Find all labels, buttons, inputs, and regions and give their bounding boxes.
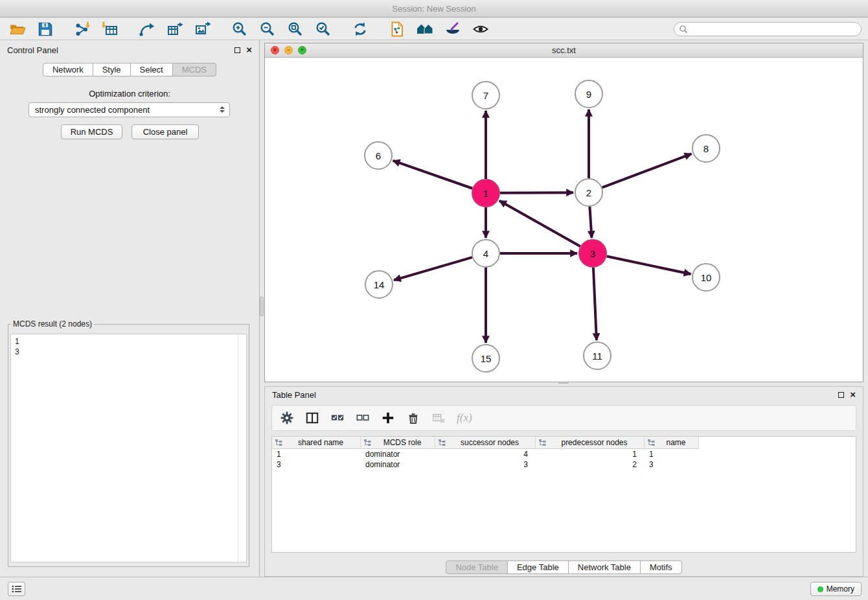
window-titlebar: Session: New Session xyxy=(0,0,868,17)
graph-edge-2-3[interactable] xyxy=(589,207,591,238)
open-session-button[interactable] xyxy=(6,19,29,39)
export-network-icon xyxy=(139,21,155,38)
delete-column-button[interactable] xyxy=(406,410,420,426)
table-cell[interactable]: 4 xyxy=(435,449,536,459)
graph-node-10[interactable]: 10 xyxy=(692,264,720,291)
close-panel-button[interactable]: Close panel xyxy=(131,124,199,139)
graph-node-8[interactable]: 8 xyxy=(692,135,720,162)
table-panel-tabs: Node TableEdge TableNetwork TableMotifs xyxy=(265,560,863,574)
graph-edge-3-10[interactable] xyxy=(607,257,691,274)
table-cell[interactable]: 1 xyxy=(272,449,361,459)
graph-edge-3-1[interactable] xyxy=(499,201,580,246)
tab-motifs[interactable]: Motifs xyxy=(641,560,682,574)
network-window-title: scc.txt xyxy=(265,45,863,55)
columns-icon xyxy=(306,411,319,424)
column-header-successor-nodes[interactable]: successor nodes xyxy=(435,437,536,449)
table-cell[interactable]: 3 xyxy=(435,459,536,470)
tab-network-table[interactable]: Network Table xyxy=(569,560,641,574)
column-header-predecessor-nodes[interactable]: predecessor nodes xyxy=(536,437,645,449)
column-header-name[interactable]: name xyxy=(645,437,699,449)
window-close-button[interactable]: × xyxy=(271,46,279,54)
table-cell[interactable]: 1 xyxy=(536,449,645,459)
home-button[interactable] xyxy=(414,19,436,39)
graph-node-2[interactable]: 2 xyxy=(575,179,602,206)
result-list-item[interactable]: 1 xyxy=(11,334,246,347)
graph-node-14[interactable]: 14 xyxy=(365,271,393,298)
tab-network[interactable]: Network xyxy=(43,63,93,76)
memory-button[interactable]: Memory xyxy=(810,582,862,596)
graph-edge-2-8[interactable] xyxy=(602,154,692,187)
graph-node-9[interactable]: 9 xyxy=(575,80,602,108)
delete-table-button[interactable] xyxy=(431,410,446,426)
window-zoom-button[interactable]: + xyxy=(298,46,306,54)
add-column-button[interactable] xyxy=(381,410,395,426)
graph-node-15[interactable]: 15 xyxy=(472,345,499,372)
criterion-dropdown[interactable]: strongly connected component xyxy=(29,102,230,117)
zoom-out-button[interactable] xyxy=(257,19,279,39)
graph-edge-3-11[interactable] xyxy=(593,268,597,340)
graph-node-4[interactable]: 4 xyxy=(472,240,499,267)
table-cell[interactable]: dominator xyxy=(361,449,435,459)
mcds-result-list: 13 xyxy=(10,334,247,562)
result-list-item[interactable]: 3 xyxy=(11,347,246,357)
close-panel-icon[interactable]: × xyxy=(246,47,252,53)
graph-edge-1-6[interactable] xyxy=(393,161,473,189)
save-session-button[interactable] xyxy=(34,19,56,39)
save-floppy-icon xyxy=(37,21,54,38)
refresh-button[interactable] xyxy=(349,19,371,39)
float-panel-icon[interactable] xyxy=(234,47,240,53)
zoom-selected-button[interactable] xyxy=(312,19,334,39)
table-panel: Table Panel × f(x) share xyxy=(264,386,863,577)
tab-select[interactable]: Select xyxy=(131,63,173,76)
toggle-columns-button[interactable] xyxy=(305,410,319,426)
graph-node-3[interactable]: 3 xyxy=(579,240,606,267)
graph-node-7[interactable]: 7 xyxy=(472,82,499,109)
zoom-fit-button[interactable] xyxy=(284,19,306,39)
task-history-button[interactable] xyxy=(8,582,25,596)
table-cell[interactable]: 2 xyxy=(536,459,645,470)
export-table-button[interactable] xyxy=(164,19,186,39)
tab-style[interactable]: Style xyxy=(93,63,131,76)
clear-column-selection-button[interactable] xyxy=(356,410,370,426)
column-type-icon xyxy=(363,439,371,446)
table-settings-button[interactable] xyxy=(280,410,294,426)
float-panel-icon[interactable] xyxy=(838,392,844,398)
style-button[interactable] xyxy=(442,19,464,39)
table-cell[interactable]: 3 xyxy=(645,459,699,470)
graph-node-11[interactable]: 11 xyxy=(584,342,611,369)
plus-icon xyxy=(382,411,394,424)
import-network-button[interactable] xyxy=(71,19,93,39)
column-header-shared-name[interactable]: shared name xyxy=(272,437,361,449)
graph-node-label: 1 xyxy=(483,188,488,199)
graph-node-6[interactable]: 6 xyxy=(365,142,392,169)
traffic-lights: ×−+ xyxy=(265,46,306,54)
graph-node-1[interactable]: 1 xyxy=(472,179,499,207)
tab-edge-table[interactable]: Edge Table xyxy=(508,560,569,574)
export-table-icon xyxy=(166,21,183,38)
network-canvas[interactable]: 7968124314101511 xyxy=(265,58,862,381)
select-all-columns-button[interactable] xyxy=(330,410,345,426)
graph-edge-4-14[interactable] xyxy=(394,257,472,280)
apply-layout-button[interactable] xyxy=(386,19,408,39)
table-cell[interactable]: dominator xyxy=(361,459,435,470)
graph-edge-1-2[interactable] xyxy=(500,192,573,193)
import-table-button[interactable] xyxy=(99,19,121,39)
tab-node-table[interactable]: Node Table xyxy=(446,560,508,574)
vertical-splitter-grip[interactable] xyxy=(260,297,264,316)
close-panel-icon[interactable]: × xyxy=(850,391,856,398)
network-window-titlebar[interactable]: scc.txt ×−+ xyxy=(265,43,863,58)
window-minimize-button[interactable]: − xyxy=(284,46,293,54)
export-image-button[interactable] xyxy=(192,19,214,39)
table-cell[interactable]: 3 xyxy=(272,459,361,470)
zoom-in-button[interactable] xyxy=(229,19,251,39)
graph-node-label: 4 xyxy=(483,248,488,259)
column-header-mcds-role[interactable]: MCDS role xyxy=(361,437,435,449)
run-mcds-button[interactable]: Run MCDS xyxy=(61,124,122,139)
export-network-button[interactable] xyxy=(136,19,158,39)
show-graphics-button[interactable] xyxy=(470,19,492,39)
graph-node-label: 2 xyxy=(586,187,591,198)
tab-mcds[interactable]: MCDS xyxy=(173,63,216,76)
search-input[interactable] xyxy=(674,22,862,36)
function-builder-button[interactable]: f(x) xyxy=(457,410,472,426)
table-cell[interactable]: 1 xyxy=(645,449,699,459)
